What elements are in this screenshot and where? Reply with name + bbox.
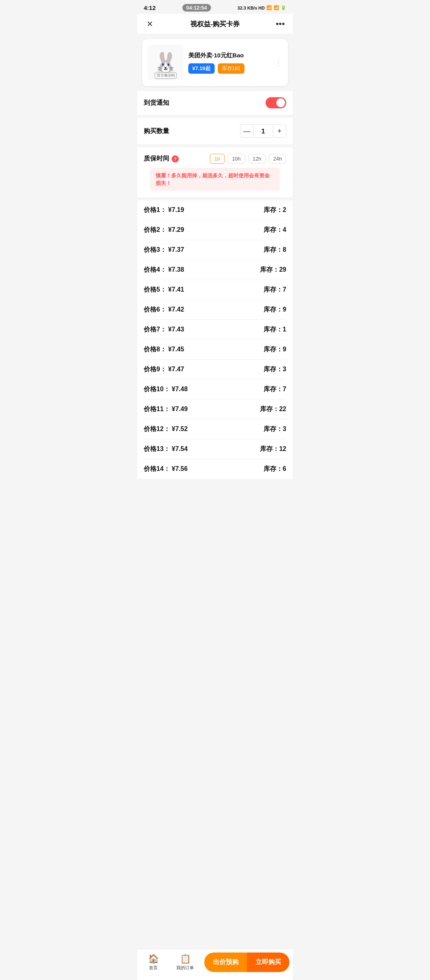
signal-text: 32.3 KB/s HD [238,6,265,10]
price-label: 价格13： ¥7.54 [144,445,188,453]
warranty-help-icon[interactable]: ? [172,155,179,163]
price-list-row[interactable]: 价格6： ¥7.42 库存：9 [144,300,286,320]
price-label: 价格6： ¥7.42 [144,306,184,314]
product-tags: ¥7.19起 库存181 [188,63,270,74]
price-label: 价格2： ¥7.29 [144,226,184,234]
quantity-control: — 1 + [240,124,286,138]
price-label: 价格14： ¥7.56 [144,465,188,473]
price-list-row[interactable]: 价格13： ¥7.54 库存：12 [144,439,286,459]
price-list-row[interactable]: 价格2： ¥7.29 库存：4 [144,220,286,240]
price-list-row[interactable]: 价格5： ¥7.41 库存：7 [144,280,286,300]
price-list-row[interactable]: 价格3： ¥7.37 库存：8 [144,240,286,260]
quantity-section: 购买数量 — 1 + [137,118,293,144]
stock-label: 库存：6 [264,465,286,473]
product-emoji: 🐰 [154,53,178,72]
price-list-row[interactable]: 价格10： ¥7.48 库存：7 [144,380,286,400]
price-label: 价格4： ¥7.38 [144,266,184,274]
price-label: 价格5： ¥7.41 [144,286,184,294]
price-label: 价格10： ¥7.48 [144,385,188,394]
stock-label: 库存：12 [260,445,286,453]
warranty-label-text: 质保时间 [144,155,169,163]
warning-text: 慎重！多久能用掉，就选多久，超时使用会有资金损失！ [156,172,270,186]
price-list-row[interactable]: 价格9： ¥7.47 库存：3 [144,360,286,380]
price-label: 价格11： ¥7.49 [144,405,188,414]
price-list-row[interactable]: 价格8： ¥7.45 库存：9 [144,340,286,360]
price-list-row[interactable]: 价格4： ¥7.38 库存：29 [144,260,286,280]
warranty-option-24h[interactable]: 24h [269,154,286,164]
nav-bar: ✕ 视权益-购买卡券 ••• [137,14,293,34]
notification-label: 到货通知 [144,99,169,107]
price-label: 价格12： ¥7.52 [144,425,188,433]
stock-label: 库存：29 [260,266,286,274]
product-name: 美团外卖·10元红Bao [188,52,270,59]
price-list-row[interactable]: 价格1： ¥7.19 库存：2 [144,200,286,220]
stock-label: 库存：4 [264,226,286,234]
product-info: 美团外卖·10元红Bao ¥7.19起 库存181 [188,52,270,74]
quantity-increase-button[interactable]: + [273,124,286,138]
notification-toggle[interactable] [266,97,286,108]
status-center-time: 04:12:54 [182,4,211,12]
price-label: 价格9： ¥7.47 [144,365,184,374]
quantity-label: 购买数量 [144,127,169,135]
stock-label: 库存：9 [264,345,286,354]
status-time: 4:12 [144,4,156,11]
stock-label: 库存：7 [264,286,286,294]
warranty-option-12h[interactable]: 12h [248,154,266,164]
notification-row: 到货通知 [144,97,286,108]
stock-label: 库存：3 [264,425,286,433]
stock-label: 库存：3 [264,365,286,374]
status-right: 32.3 KB/s HD 📶 📶 🔋 [238,5,286,10]
product-card: 🐰 官方激活码 美团外卖·10元红Bao ¥7.19起 库存181 ⋮ [142,39,288,86]
price-label: 价格3： ¥7.37 [144,246,184,254]
price-list: 价格1： ¥7.19 库存：2 价格2： ¥7.29 库存：4 价格3： ¥7.… [137,200,293,479]
stock-label: 库存：1 [264,325,286,334]
close-button[interactable]: ✕ [144,18,156,30]
warranty-row: 质保时间 ? 1h 10h 12h 24h [144,154,286,164]
stock-label: 库存：8 [264,246,286,254]
price-list-row[interactable]: 价格14： ¥7.56 库存：6 [144,459,286,479]
price-list-row[interactable]: 价格7： ¥7.43 库存：1 [144,320,286,340]
product-more-icon[interactable]: ⋮ [274,58,282,67]
status-bar: 4:12 04:12:54 32.3 KB/s HD 📶 📶 🔋 [137,0,293,14]
warranty-option-10h[interactable]: 10h [228,154,245,164]
warranty-option-1h[interactable]: 1h [210,154,224,164]
price-label: 价格7： ¥7.43 [144,325,184,334]
price-list-row[interactable]: 价格11： ¥7.49 库存：22 [144,400,286,419]
nav-title: 视权益-购买卡券 [190,20,240,29]
stock-label: 库存：22 [260,405,286,414]
product-image: 🐰 官方激活码 [148,45,184,80]
battery-icon: 🔋 [281,5,286,10]
official-badge: 官方激活码 [155,72,177,79]
price-tag: ¥7.19起 [188,63,215,74]
stock-tag: 库存181 [218,63,245,74]
price-label: 价格8： ¥7.45 [144,345,184,354]
price-label: 价格1： ¥7.19 [144,206,184,214]
price-list-row[interactable]: 价格12： ¥7.52 库存：3 [144,419,286,439]
stock-label: 库存：9 [264,306,286,314]
notification-section: 到货通知 [137,91,293,115]
stock-label: 库存：2 [264,206,286,214]
more-button[interactable]: ••• [274,18,286,30]
warranty-label: 质保时间 ? [144,155,179,163]
quantity-value: 1 [254,124,273,138]
warranty-section: 质保时间 ? 1h 10h 12h 24h 慎重！多久能用掉，就选多久，超时使用… [137,147,293,197]
wifi-icon: 📶 [274,5,279,10]
warning-box: 慎重！多久能用掉，就选多久，超时使用会有资金损失！ [150,168,280,191]
warranty-options: 1h 10h 12h 24h [210,154,286,164]
quantity-row: 购买数量 — 1 + [144,124,286,138]
stock-label: 库存：7 [264,385,286,394]
quantity-decrease-button[interactable]: — [240,124,254,138]
signal-bars: 📶 [266,5,272,10]
